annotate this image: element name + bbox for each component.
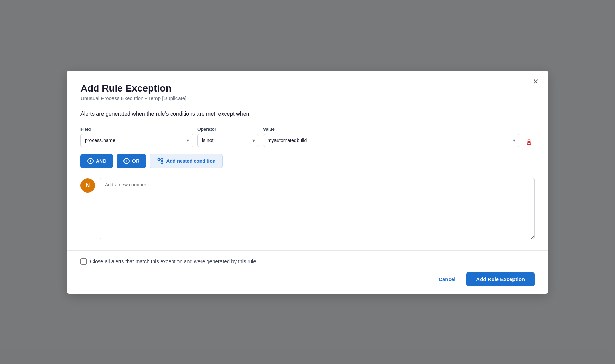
and-plus-icon: + (87, 158, 94, 164)
close-alerts-checkbox[interactable] (80, 258, 87, 265)
value-select[interactable]: myautomatedbuild (263, 134, 519, 147)
value-label: Value (263, 127, 519, 132)
nested-icon (157, 158, 164, 164)
close-button[interactable]: ✕ (531, 77, 541, 86)
delete-group (524, 127, 535, 147)
modal-overlay: ✕ Add Rule Exception Unusual Process Exe… (0, 0, 615, 364)
operator-select-wrapper: is not ▾ (197, 134, 259, 147)
operator-group: Operator is not ▾ (197, 127, 259, 147)
field-select-wrapper: process.name ▾ (80, 134, 193, 147)
add-rule-exception-button[interactable]: Add Rule Exception (466, 272, 535, 286)
delete-condition-button[interactable] (524, 136, 535, 147)
action-buttons: + AND + OR Add n (80, 154, 535, 168)
modal-title: Add Rule Exception (80, 83, 535, 94)
modal-body: Add Rule Exception Unusual Process Execu… (67, 71, 548, 250)
close-alerts-text: Close all alerts that match this excepti… (90, 258, 256, 264)
field-select[interactable]: process.name (80, 134, 193, 147)
description-text: Alerts are generated when the rule's con… (80, 111, 535, 117)
value-group: Value myautomatedbuild ▾ (263, 127, 519, 147)
footer-top: Close all alerts that match this excepti… (80, 258, 535, 265)
svg-rect-2 (161, 161, 163, 163)
modal: ✕ Add Rule Exception Unusual Process Exe… (67, 71, 548, 294)
field-label: Field (80, 127, 193, 132)
operator-select[interactable]: is not (197, 134, 259, 147)
and-label: AND (96, 158, 106, 164)
modal-subtitle: Unusual Process Execution - Temp [Duplic… (80, 95, 535, 101)
operator-label: Operator (197, 127, 259, 132)
field-group: Field process.name ▾ (80, 127, 193, 147)
condition-row: Field process.name ▾ Operator is not (80, 127, 535, 147)
or-label: OR (132, 158, 139, 164)
modal-footer: Close all alerts that match this excepti… (67, 250, 548, 294)
or-button[interactable]: + OR (117, 154, 146, 168)
or-plus-icon: + (123, 158, 130, 164)
nested-label: Add nested condition (166, 158, 215, 164)
and-button[interactable]: + AND (80, 154, 113, 168)
trash-icon (526, 138, 532, 145)
value-select-wrapper: myautomatedbuild ▾ (263, 134, 519, 147)
svg-rect-0 (158, 158, 160, 160)
comment-section: N (80, 178, 535, 239)
svg-rect-1 (161, 158, 163, 160)
comment-textarea[interactable] (100, 178, 535, 239)
avatar: N (80, 178, 95, 193)
footer-actions: Cancel Add Rule Exception (80, 272, 535, 286)
cancel-button[interactable]: Cancel (432, 273, 462, 286)
close-alerts-label[interactable]: Close all alerts that match this excepti… (80, 258, 256, 265)
add-nested-condition-button[interactable]: Add nested condition (150, 154, 223, 168)
